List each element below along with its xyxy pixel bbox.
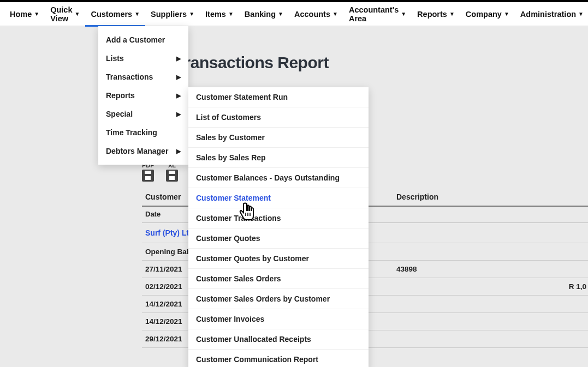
cell-amount bbox=[541, 261, 588, 278]
dd-add-customer[interactable]: Add a Customer bbox=[98, 31, 188, 49]
menu-label: Quick View bbox=[50, 5, 72, 23]
col-description: Description bbox=[393, 188, 541, 206]
chevron-right-icon: ▶ bbox=[176, 111, 181, 118]
menu-items[interactable]: Items ▼ bbox=[200, 2, 239, 26]
sm-customer-sales-orders-by-customer[interactable]: Customer Sales Orders by Customer bbox=[188, 289, 369, 309]
caret-down-icon: ▼ bbox=[189, 11, 194, 17]
dd-transactions[interactable]: Transactions ▶ bbox=[98, 68, 188, 86]
sm-customer-transactions[interactable]: Customer Transactions bbox=[188, 208, 369, 228]
chevron-right-icon: ▶ bbox=[176, 148, 181, 155]
menu-home[interactable]: Home ▼ bbox=[4, 2, 45, 26]
sm-list-of-customers[interactable]: List of Customers bbox=[188, 107, 369, 128]
menu-label: Home bbox=[10, 10, 32, 19]
page-title: mer Transactions Report bbox=[142, 53, 588, 72]
caret-down-icon: ▼ bbox=[332, 11, 338, 17]
caret-down-icon: ▼ bbox=[504, 11, 509, 17]
dd-debtors-manager[interactable]: Debtors Manager ▶ bbox=[98, 142, 188, 160]
caret-down-icon: ▼ bbox=[449, 11, 455, 17]
dd-label: Time Tracking bbox=[106, 128, 157, 137]
cell-amount bbox=[541, 330, 588, 347]
cell-desc bbox=[393, 296, 541, 312]
menu-suppliers[interactable]: Suppliers ▼ bbox=[145, 2, 200, 26]
caret-down-icon: ▼ bbox=[578, 11, 584, 17]
dd-label: Lists bbox=[106, 54, 124, 63]
dd-label: Debtors Manager bbox=[106, 147, 168, 155]
menu-customers[interactable]: Customers ▼ bbox=[85, 2, 145, 26]
sm-customer-statement[interactable]: Customer Statement bbox=[188, 188, 369, 208]
chevron-right-icon: ▶ bbox=[176, 92, 181, 99]
export-xl-button[interactable]: XL bbox=[166, 162, 178, 182]
menu-label: Accountant's Area bbox=[349, 5, 399, 23]
dd-label: Reports bbox=[106, 91, 135, 100]
sm-customer-quotes[interactable]: Customer Quotes bbox=[188, 228, 369, 249]
caret-down-icon: ▼ bbox=[75, 11, 80, 17]
menu-quick-view[interactable]: Quick View ▼ bbox=[45, 2, 85, 26]
sm-customer-quotes-by-customer[interactable]: Customer Quotes by Customer bbox=[188, 249, 369, 269]
col-amount bbox=[541, 188, 588, 206]
caret-down-icon: ▼ bbox=[278, 11, 283, 17]
dd-time-tracking[interactable]: Time Tracking bbox=[98, 123, 188, 142]
menu-label: Administration bbox=[520, 10, 576, 19]
menu-label: Banking bbox=[245, 10, 276, 19]
cell-amount: R 1,0 bbox=[541, 278, 588, 295]
export-pdf-button[interactable]: PDF bbox=[142, 162, 154, 182]
menu-accounts[interactable]: Accounts ▼ bbox=[289, 2, 343, 26]
menu-company[interactable]: Company ▼ bbox=[460, 2, 515, 26]
menu-label: Suppliers bbox=[151, 10, 187, 19]
caret-down-icon: ▼ bbox=[34, 11, 39, 17]
sm-customer-balances[interactable]: Customer Balances - Days Outstanding bbox=[188, 168, 369, 188]
sm-customer-sales-orders[interactable]: Customer Sales Orders bbox=[188, 269, 369, 289]
menu-banking[interactable]: Banking ▼ bbox=[239, 2, 289, 26]
save-icon bbox=[166, 170, 178, 182]
menu-administration[interactable]: Administration ▼ bbox=[515, 2, 588, 26]
chevron-right-icon: ▶ bbox=[176, 74, 181, 81]
menu-label: Items bbox=[205, 10, 226, 19]
dd-label: Add a Customer bbox=[106, 35, 165, 44]
cell-desc bbox=[393, 330, 541, 347]
dd-label: Transactions bbox=[106, 73, 153, 81]
customers-dropdown: Add a Customer Lists ▶ Transactions ▶ Re… bbox=[98, 26, 188, 165]
sm-sales-by-customer[interactable]: Sales by Customer bbox=[188, 128, 369, 148]
sm-customer-statement-run[interactable]: Customer Statement Run bbox=[188, 87, 369, 107]
cell-amount bbox=[541, 296, 588, 312]
cell-desc bbox=[393, 313, 541, 330]
chevron-right-icon: ▶ bbox=[176, 55, 181, 62]
cell-desc: 43898 bbox=[393, 261, 541, 278]
menu-label: Company bbox=[466, 10, 502, 19]
reports-submenu: Customer Statement Run List of Customers… bbox=[188, 87, 369, 367]
menu-accountants-area[interactable]: Accountant's Area ▼ bbox=[343, 2, 412, 26]
dd-reports[interactable]: Reports ▶ bbox=[98, 86, 188, 105]
caret-down-icon: ▼ bbox=[228, 11, 234, 17]
caret-down-icon: ▼ bbox=[134, 11, 140, 17]
dd-label: Special bbox=[106, 110, 133, 118]
sm-customer-invoices[interactable]: Customer Invoices bbox=[188, 309, 369, 329]
menu-label: Reports bbox=[417, 10, 447, 19]
save-icon bbox=[142, 170, 154, 182]
sm-customer-communication-report[interactable]: Customer Communication Report bbox=[188, 350, 369, 367]
caret-down-icon: ▼ bbox=[401, 11, 406, 17]
sm-customer-unallocated-receipts[interactable]: Customer Unallocated Receipts bbox=[188, 329, 369, 350]
main-menubar: Home ▼ Quick View ▼ Customers ▼ Supplier… bbox=[0, 2, 588, 26]
menu-reports[interactable]: Reports ▼ bbox=[412, 2, 460, 26]
cell-desc bbox=[393, 278, 541, 295]
menu-label: Customers bbox=[91, 10, 132, 19]
menu-label: Accounts bbox=[294, 10, 330, 19]
sm-sales-by-sales-rep[interactable]: Sales by Sales Rep bbox=[188, 148, 369, 168]
dd-lists[interactable]: Lists ▶ bbox=[98, 49, 188, 68]
dd-special[interactable]: Special ▶ bbox=[98, 105, 188, 123]
cell-amount bbox=[541, 313, 588, 330]
